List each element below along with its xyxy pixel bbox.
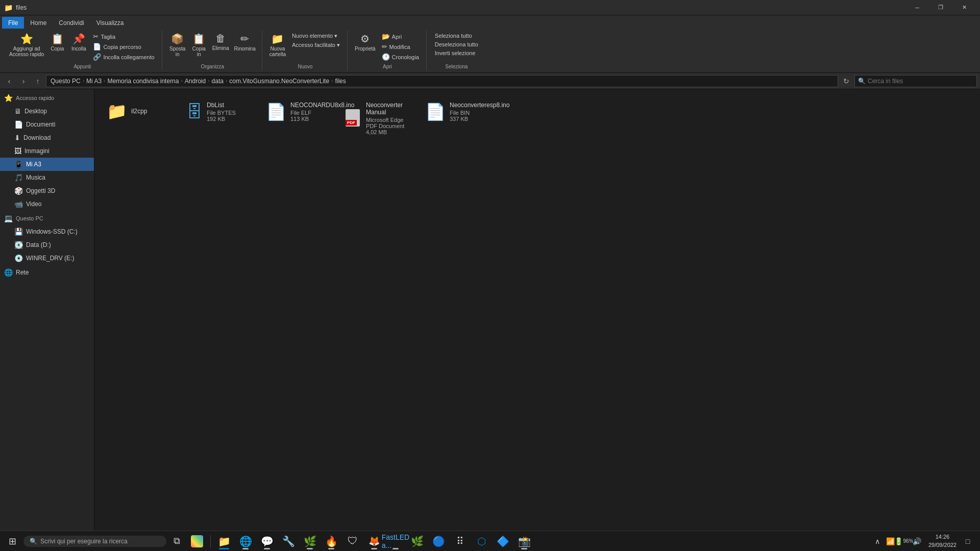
properties-button[interactable]: ⚙ Proprietà — [353, 32, 378, 53]
title-bar-controls: ─ ❐ ✕ — [905, 0, 976, 15]
forward-button[interactable]: › — [17, 75, 30, 87]
taskbar-app-fire[interactable]: 🔥 — [321, 532, 341, 550]
sidebar-item-rete[interactable]: 🌐 Rete — [0, 266, 94, 279]
delete-button[interactable]: 🗑 Elimina — [210, 32, 231, 52]
sidebar-item-video[interactable]: 📹 Video — [0, 197, 94, 211]
tray-chevron[interactable]: ∧ — [871, 532, 884, 550]
tray-volume[interactable]: 🔊 — [911, 532, 923, 550]
tab-visualizza[interactable]: Visualizza — [90, 17, 130, 29]
files-taskbar-icon: 📁 — [218, 535, 231, 547]
sidebar-item-documenti[interactable]: 📄 Documenti — [0, 118, 94, 131]
up-button[interactable]: ↑ — [32, 75, 44, 87]
close-button[interactable]: ✕ — [952, 0, 976, 15]
search-bar[interactable]: 🔍 — [854, 75, 977, 87]
sidebar-item-oggetti3d[interactable]: 🎲 Oggetti 3D — [0, 184, 94, 197]
apri-buttons: ⚙ Proprietà 📂 Apri ✏ Modifica 🕐 Cronolog… — [353, 32, 422, 62]
breadcrumb-mia3[interactable]: Mi A3 — [85, 78, 103, 85]
breadcrumb-files[interactable]: files — [334, 78, 347, 85]
sidebar-data-d-label: Data (D:) — [26, 241, 51, 248]
ribbon-group-nuovo: 📁 Nuovacartella Nuovo elemento ▾ Accesso… — [263, 31, 348, 70]
file-item-manual[interactable]: PDF Neoconverter Manual Microsoft Edge P… — [341, 97, 413, 139]
sidebar-item-immagini[interactable]: 🖼 Immagini — [0, 144, 94, 158]
sidebar-item-desktop[interactable]: 🖥 Desktop — [0, 105, 94, 118]
paste-button[interactable]: 📌 Incolla — [68, 32, 89, 53]
quick-access-icon: ⭐ — [20, 33, 33, 45]
add-quick-access-label: Aggiungi adAccesso rapido — [9, 46, 44, 57]
breadcrumb[interactable]: Questo PC › Mi A3 › Memoria condivisa in… — [46, 75, 838, 87]
file-item-neoconardu[interactable]: 📄 NEOCONARDU8x8.ino File ELF 113 KB — [262, 97, 333, 139]
minimize-button[interactable]: ─ — [905, 0, 929, 15]
rename-button[interactable]: ✏ Rinomina — [232, 32, 257, 53]
move-to-button[interactable]: 📦 Spostain — [167, 32, 188, 58]
taskbar-search[interactable]: 🔍 Scrivi qui per eseguire la ricerca — [23, 536, 166, 547]
file-item-manual-top: PDF Neoconverter Manual Microsoft Edge P… — [346, 102, 409, 135]
taskbar-app-blue2[interactable]: 🔷 — [493, 532, 513, 550]
cut-label: Taglia — [101, 34, 115, 40]
taskbar-app-shield[interactable]: 🛡 — [342, 532, 363, 550]
cut-button[interactable]: ✂ Taglia — [90, 32, 157, 41]
taskbar-app-green2[interactable]: 🌿 — [407, 532, 427, 550]
add-quick-access-button[interactable]: ⭐ Aggiungi adAccesso rapido — [7, 32, 46, 58]
task-view-button[interactable]: ⧉ — [167, 532, 186, 550]
easy-access-button[interactable]: Accesso facilitato ▾ — [289, 41, 343, 49]
paste-link-label: Incolla collegamento — [103, 54, 154, 60]
taskbar-app-edge[interactable]: 🌐 — [235, 532, 256, 550]
breadcrumb-this-pc[interactable]: Questo PC — [50, 78, 82, 85]
tab-condividi[interactable]: Condividi — [53, 17, 90, 29]
sidebar-item-download[interactable]: ⬇ Download — [0, 131, 94, 144]
taskbar-app-discord[interactable]: 💬 — [257, 532, 277, 550]
edit-button[interactable]: ✏ Modifica — [379, 42, 422, 52]
restore-button[interactable]: ❐ — [929, 0, 952, 15]
file-type-neoconverteresp: File BIN — [450, 110, 509, 116]
colorful-icon — [191, 535, 203, 547]
sidebar-item-winre-drv[interactable]: 💿 WINRE_DRV (E:) — [0, 252, 94, 265]
tray-notification[interactable]: □ — [962, 532, 974, 550]
file-item-dblist[interactable]: 🗄 DbList File BYTES 192 KB — [182, 97, 254, 139]
new-folder-button[interactable]: 📁 Nuovacartella — [267, 32, 288, 58]
taskbar-app-green1[interactable]: 🌿 — [300, 532, 320, 550]
taskbar-app-vscode[interactable]: ⬡ — [471, 532, 492, 550]
select-all-button[interactable]: Seleziona tutto — [432, 32, 481, 40]
file-item-dblist-top: 🗄 DbList File BYTES 192 KB — [186, 102, 250, 122]
breadcrumb-data[interactable]: data — [211, 78, 225, 85]
vscode-taskbar-icon: ⬡ — [477, 535, 486, 547]
copy-path-button[interactable]: 📄 Copia percorso — [90, 42, 157, 52]
search-input[interactable] — [868, 78, 973, 85]
apri-small-col: 📂 Apri ✏ Modifica 🕐 Cronologia — [379, 32, 422, 62]
invert-selection-button[interactable]: Inverti selezione — [432, 49, 481, 57]
paste-link-button[interactable]: 🔗 Incolla collegamento — [90, 52, 157, 62]
sidebar-item-musica[interactable]: 🎵 Musica — [0, 171, 94, 184]
taskbar-app-colorful[interactable] — [187, 532, 207, 550]
breadcrumb-android[interactable]: Android — [184, 78, 207, 85]
breadcrumb-package[interactable]: com.VitoGusmano.NeoConverterLite — [228, 78, 330, 85]
back-button[interactable]: ‹ — [3, 75, 15, 87]
clock[interactable]: 14:26 29/09/2022 — [925, 532, 960, 550]
copy-button[interactable]: 📋 Copia — [47, 32, 67, 53]
copy-to-button[interactable]: 📋 Copiain — [189, 32, 209, 58]
sidebar-mia3-label: Mi A3 — [26, 161, 41, 168]
start-button[interactable]: ⊞ — [2, 532, 22, 550]
tray-battery[interactable]: 🔋 96% — [898, 532, 910, 550]
taskbar-app-circle[interactable]: 🔵 — [428, 532, 449, 550]
taskbar-app-tools[interactable]: 🔧 — [278, 532, 299, 550]
file-item-il2cpp[interactable]: 📁 il2cpp — [103, 97, 174, 139]
tab-file[interactable]: File — [2, 17, 24, 29]
new-item-button[interactable]: Nuovo elemento ▾ — [289, 32, 343, 40]
file-item-neoconverteresp[interactable]: 📄 Neoconverteresp8.ino File BIN 337 KB — [421, 97, 493, 139]
open-button[interactable]: 📂 Apri — [379, 32, 422, 41]
taskbar-app-dots[interactable]: ⠿ — [450, 532, 470, 550]
taskbar-app-fastled[interactable]: FastLED a... — [385, 532, 406, 550]
tab-home[interactable]: Home — [24, 17, 53, 29]
ribbon: File Home Condividi Visualizza ⭐ Aggiung… — [0, 15, 980, 73]
taskbar-app-foto[interactable]: 📸 — [514, 532, 534, 550]
appunti-label: Appunti — [74, 62, 91, 69]
sidebar-item-data-d[interactable]: 💽 Data (D:) — [0, 238, 94, 252]
deselect-all-button[interactable]: Deseleziona tutto — [432, 40, 481, 48]
taskbar-app-files[interactable]: 📁 — [214, 532, 234, 550]
history-button[interactable]: 🕐 Cronologia — [379, 52, 422, 62]
sidebar-item-windows-ssd[interactable]: 💾 Windows-SSD (C:) — [0, 225, 94, 238]
sidebar-item-mia3[interactable]: 📱 Mi A3 — [0, 158, 94, 171]
breadcrumb-memoria[interactable]: Memoria condivisa interna — [106, 78, 180, 85]
title-bar: 📁 files ─ ❐ ✕ — [0, 0, 980, 15]
refresh-button[interactable]: ↻ — [840, 75, 852, 87]
